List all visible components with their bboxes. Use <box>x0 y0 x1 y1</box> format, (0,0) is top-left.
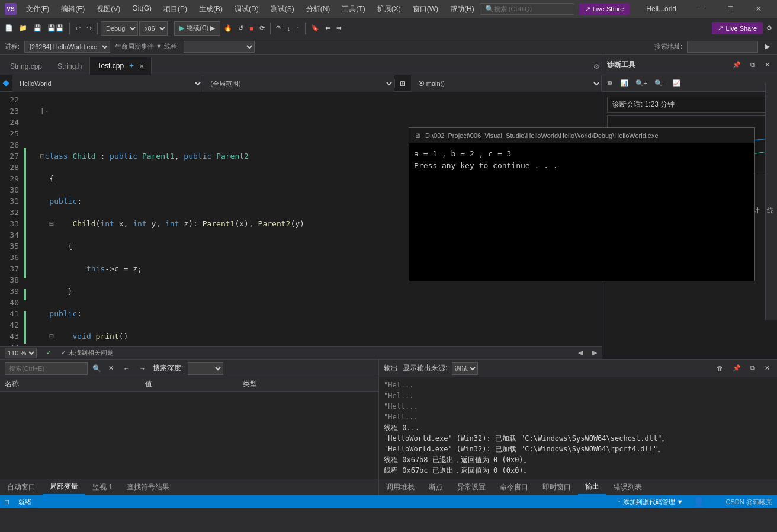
scroll-right-button[interactable]: ▶ <box>592 349 597 357</box>
menu-view[interactable]: 视图(V) <box>92 2 125 17</box>
tab-output[interactable]: 输出 <box>578 479 606 495</box>
tab-close-icon[interactable]: ✕ <box>139 63 144 69</box>
tab-watch1[interactable]: 监视 1 <box>85 480 120 495</box>
diag-pin-button[interactable]: 📌 <box>730 56 743 73</box>
diag-zoom-out-btn[interactable]: 🔍- <box>652 75 667 92</box>
tab-test-cpp[interactable]: Test.cpp ✦ ✕ <box>89 57 152 75</box>
menu-tools[interactable]: 工具(T) <box>337 2 370 17</box>
col-name: 名称 <box>0 377 140 392</box>
open-file-button[interactable]: 📁 <box>17 20 30 37</box>
locals-search-clear-btn[interactable]: ✕ <box>106 360 116 377</box>
tab-find-symbol[interactable]: 查找符号结果 <box>120 480 176 495</box>
menu-window[interactable]: 窗口(W) <box>408 2 443 17</box>
code-line-31: public: <box>31 308 597 319</box>
close-button[interactable]: ✕ <box>745 0 772 18</box>
step-out-button[interactable]: ↑ <box>294 20 302 37</box>
minimize-button[interactable]: — <box>688 0 715 18</box>
scroll-left-button[interactable]: ◀ <box>578 349 583 357</box>
tab-immediate[interactable]: 即时窗口 <box>535 480 578 495</box>
scope-dropdown[interactable]: HelloWorld <box>12 75 203 92</box>
diag-settings-btn[interactable]: ⚙ <box>605 75 615 92</box>
add-to-source-control-button[interactable]: ↑ 添加到源代码管理 ▼ <box>618 498 683 507</box>
menu-build[interactable]: 生成(B) <box>194 2 227 17</box>
continue-label: 继续(C) ▶ <box>187 24 215 33</box>
locals-depth-dropdown[interactable] <box>188 362 223 375</box>
new-file-button[interactable]: 📄 <box>2 20 15 37</box>
address-search-input[interactable] <box>687 41 758 53</box>
output-clear-btn[interactable]: 🗑 <box>714 360 725 377</box>
menu-file[interactable]: 文件(F) <box>21 2 54 17</box>
output-pin-btn[interactable]: 📌 <box>730 360 743 377</box>
debug-step-button[interactable]: ⟳ <box>257 20 267 37</box>
next-bookmark-button[interactable]: ➡ <box>334 20 344 37</box>
menu-debug[interactable]: 调试(D) <box>230 2 264 17</box>
output-source-dropdown[interactable]: 调试 <box>452 362 478 375</box>
fire-button[interactable]: 🔥 <box>221 20 235 37</box>
sidebar-stats[interactable]: 统 <box>765 199 776 204</box>
menu-test[interactable]: 测试(S) <box>266 2 299 17</box>
continue-button[interactable]: ▶ 继续(C) ▶ <box>174 21 220 36</box>
output-line-2: "Hel... <box>384 390 772 401</box>
diag-zoom-in-btn[interactable]: 🔍+ <box>633 75 650 92</box>
diag-cpu-btn[interactable]: 📊 <box>618 75 631 92</box>
live-share-toolbar-button[interactable]: ↗ Live Share <box>712 22 763 34</box>
tab-breakpoints[interactable]: 断点 <box>422 480 450 495</box>
diag-float-button[interactable]: ⧉ <box>748 56 757 73</box>
undo-button[interactable]: ↩ <box>73 20 83 37</box>
thread-dropdown[interactable] <box>184 41 255 53</box>
prev-bookmark-button[interactable]: ⬅ <box>323 20 333 37</box>
user-account-button[interactable]: 👤 <box>693 496 705 508</box>
restart-button[interactable]: ↺ <box>236 20 246 37</box>
locals-back-btn[interactable]: ← <box>121 360 132 377</box>
function-dropdown[interactable]: ⦿ main() <box>411 75 602 92</box>
menu-git[interactable]: Git(G) <box>127 2 156 17</box>
bookmark-button[interactable]: 🔖 <box>309 20 322 37</box>
save-all-button[interactable]: 💾💾 <box>45 20 66 37</box>
tab-exceptions[interactable]: 异常设置 <box>450 480 493 495</box>
tab-callstack[interactable]: 调用堆栈 <box>379 480 422 495</box>
step-into-button[interactable]: ↓ <box>285 20 293 37</box>
tab-error-list[interactable]: 错误列表 <box>606 480 649 495</box>
split-button[interactable]: ⊞ <box>394 79 411 88</box>
tab-string-cpp[interactable]: String.cpp <box>2 57 50 75</box>
settings-button[interactable]: ⚙ <box>764 20 775 37</box>
stop-button[interactable]: ■ <box>247 20 256 37</box>
status-ok-indicator: ✓ <box>46 349 52 357</box>
locals-forward-btn[interactable]: → <box>137 360 148 377</box>
process-dropdown[interactable]: [26284] HelloWorld.exe <box>24 41 110 53</box>
menu-edit[interactable]: 编辑(E) <box>56 2 89 17</box>
live-share-button[interactable]: ↗ Live Share <box>579 3 630 15</box>
console-title-bar: 🖥 D:\002_Project\006_Visual_Studio\Hello… <box>409 128 754 143</box>
debug-config-dropdown[interactable]: Debug <box>101 21 138 36</box>
menu-extensions[interactable]: 扩展(X) <box>373 2 406 17</box>
context-dropdown[interactable]: (全局范围) <box>203 75 394 92</box>
diag-close-button[interactable]: ✕ <box>762 56 772 73</box>
output-panel: 输出 显示输出来源: 调试 🗑 📌 ⧉ ✕ "Hel... "Hel... "H… <box>379 360 777 495</box>
redo-button[interactable]: ↪ <box>84 20 94 37</box>
platform-dropdown[interactable]: x86 <box>139 21 168 36</box>
menu-help[interactable]: 帮助(H) <box>445 2 479 17</box>
step-over-button[interactable]: ↷ <box>274 20 284 37</box>
tab-locals[interactable]: 局部变量 <box>43 479 85 495</box>
tab-string-h[interactable]: String.h <box>50 57 89 75</box>
tab-settings-button[interactable]: ⚙ <box>591 58 602 75</box>
line-numbers: 22 23 24 25 26 27 28 29 30 31 32 33 34 3… <box>0 94 24 344</box>
zoom-dropdown[interactable]: 110 % <box>5 348 37 358</box>
maximize-button[interactable]: ☐ <box>717 0 744 18</box>
menu-project[interactable]: 项目(P) <box>159 2 192 17</box>
code-line-22: [· <box>31 105 597 117</box>
global-search-input[interactable] <box>494 5 565 12</box>
save-button[interactable]: 💾 <box>31 20 44 37</box>
output-float-btn[interactable]: ⧉ <box>748 360 757 377</box>
locals-search-input[interactable] <box>5 362 88 375</box>
diag-chart-btn[interactable]: 📈 <box>670 75 683 92</box>
tab-auto-window[interactable]: 自动窗口 <box>0 480 43 495</box>
output-source-label: 显示输出来源: <box>403 363 447 373</box>
tab-command[interactable]: 命令窗口 <box>493 480 535 495</box>
col-type: 类型 <box>238 377 378 392</box>
menu-analyze[interactable]: 分析(N) <box>301 2 335 17</box>
address-search-go[interactable]: ▶ <box>763 39 772 55</box>
play-icon: ▶ <box>179 24 184 32</box>
output-close-btn[interactable]: ✕ <box>762 360 772 377</box>
main-container: 📄 📁 💾 💾💾 ↩ ↪ Debug x86 ▶ 继续(C) ▶ 🔥 ↺ ■ ⟳… <box>0 18 777 495</box>
